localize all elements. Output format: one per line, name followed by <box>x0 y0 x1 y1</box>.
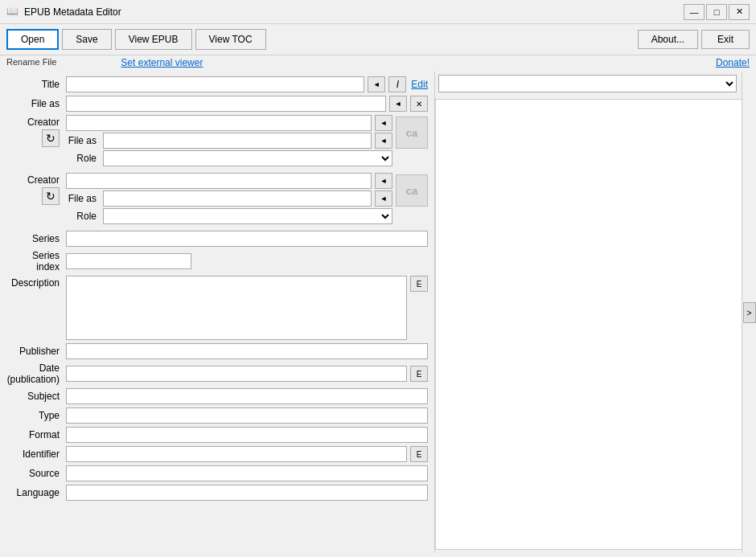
creator2-ca-button[interactable]: ca <box>396 174 428 207</box>
series-row: Series <box>6 231 428 247</box>
minimize-button[interactable]: — <box>684 4 705 20</box>
creator1-fileas-row: File as ◄ <box>66 133 392 149</box>
type-label: Type <box>6 410 63 421</box>
creator1-fileas-label: File as <box>66 135 100 146</box>
title-input[interactable] <box>66 76 364 92</box>
creator2-fileas-input[interactable] <box>103 190 372 207</box>
format-label: Format <box>6 429 63 440</box>
donate-button[interactable]: Donate! <box>716 57 750 68</box>
title-fileas-delete-button[interactable]: ✕ <box>410 96 428 112</box>
creator1-refresh: Creator ↻ <box>6 115 63 147</box>
title-bar: 📖 EPUB Metadata Editor — □ ✕ <box>0 0 756 24</box>
series-label: Series <box>6 233 63 244</box>
set-external-viewer-button[interactable]: Set external viewer <box>121 57 203 68</box>
title-fileas-arrow-button[interactable]: ◄ <box>389 96 407 112</box>
creator1-role-row: Role <box>66 150 392 166</box>
series-index-row: Series index <box>6 250 428 272</box>
exit-button[interactable]: Exit <box>701 30 750 49</box>
date-label: Date (publication) <box>6 362 63 385</box>
app-icon: 📖 <box>6 6 19 18</box>
creator2-name-input[interactable] <box>66 173 372 189</box>
language-input[interactable] <box>66 485 428 501</box>
publisher-row: Publisher <box>6 343 428 359</box>
type-input[interactable] <box>66 408 428 424</box>
creator1-role-select[interactable] <box>103 150 392 166</box>
title-label: Title <box>6 79 63 90</box>
right-panel-scrollbar: > <box>742 72 756 553</box>
creator1-fields: ◄ File as ◄ Role <box>66 115 392 170</box>
close-button[interactable]: ✕ <box>729 4 750 20</box>
subject-label: Subject <box>6 391 63 402</box>
toolbar: Open Save View EPUB View TOC About... Ex… <box>0 24 756 55</box>
open-button[interactable]: Open <box>6 29 59 50</box>
creator2-fileas-arrow-button[interactable]: ◄ <box>375 190 392 207</box>
creator2-refresh-button[interactable]: ↻ <box>42 187 60 205</box>
view-toc-button[interactable]: View TOC <box>195 29 266 50</box>
identifier-e-button[interactable]: E <box>410 446 428 462</box>
left-panel: Title ◄ I Edit File as ◄ ✕ Creator ↻ ◄ <box>0 72 434 553</box>
title-row: Title ◄ I Edit <box>6 76 428 92</box>
creator1-section: Creator ↻ ◄ File as ◄ Role ca <box>6 115 428 170</box>
creator2-role-row: Role <box>66 208 392 224</box>
source-input[interactable] <box>66 465 428 481</box>
date-row: Date (publication) E <box>6 362 428 385</box>
identifier-input[interactable] <box>66 446 407 462</box>
series-index-label: Series index <box>6 250 63 272</box>
format-row: Format <box>6 427 428 443</box>
window-controls: — □ ✕ <box>684 4 750 20</box>
creator1-refresh-button[interactable]: ↻ <box>42 129 60 147</box>
description-label: Description <box>6 276 63 289</box>
date-input[interactable] <box>66 366 407 382</box>
title-edit-link[interactable]: Edit <box>411 79 428 90</box>
right-panel: > <box>434 72 756 553</box>
publisher-input[interactable] <box>66 343 428 359</box>
creator1-name-input[interactable] <box>66 115 372 131</box>
description-row: Description E <box>6 276 428 340</box>
title-left-arrow-button[interactable]: ◄ <box>368 76 385 92</box>
creator2-fileas-row: File as ◄ <box>66 190 392 207</box>
title-fileas-row: File as ◄ ✕ <box>6 96 428 112</box>
series-input[interactable] <box>66 231 428 247</box>
sub-toolbar: Rename File Set external viewer Donate! <box>0 55 756 72</box>
date-e-button[interactable]: E <box>410 366 428 382</box>
language-row: Language <box>6 485 428 501</box>
series-index-input[interactable] <box>66 253 191 269</box>
save-button[interactable]: Save <box>62 29 111 50</box>
window-title: EPUB Metadata Editor <box>24 6 121 18</box>
creator1-name-row: ◄ <box>66 115 392 131</box>
description-e-button[interactable]: E <box>410 276 428 292</box>
description-textarea[interactable] <box>66 276 407 340</box>
creator1-fileas-input[interactable] <box>103 133 372 149</box>
creator1-arrow-button[interactable]: ◄ <box>375 115 392 131</box>
toolbar-left: Open Save View EPUB View TOC <box>6 29 638 50</box>
identifier-label: Identifier <box>6 448 63 460</box>
publisher-label: Publisher <box>6 346 63 357</box>
right-panel-arrow-button[interactable]: > <box>743 302 756 323</box>
creator1-label: Creator <box>6 117 63 128</box>
identifier-row: Identifier E <box>6 446 428 462</box>
language-label: Language <box>6 487 63 498</box>
subject-input[interactable] <box>66 388 428 404</box>
about-button[interactable]: About... <box>638 30 698 49</box>
right-panel-header <box>435 72 756 96</box>
creator2-role-select[interactable] <box>103 208 392 224</box>
view-epub-button[interactable]: View EPUB <box>115 29 192 50</box>
creator1-fileas-arrow-button[interactable]: ◄ <box>375 133 392 149</box>
format-input[interactable] <box>66 427 428 443</box>
creator2-refresh: Creator ↻ <box>6 173 63 205</box>
title-fileas-input[interactable] <box>66 96 386 112</box>
rename-file-label: Rename File <box>6 57 56 68</box>
creator2-role-label: Role <box>66 211 100 222</box>
subject-row: Subject <box>6 388 428 404</box>
creator2-name-row: ◄ <box>66 173 392 189</box>
title-bar-left: 📖 EPUB Metadata Editor <box>6 6 121 18</box>
right-panel-dropdown[interactable] <box>438 75 737 92</box>
creator2-fileas-label: File as <box>66 193 100 204</box>
source-row: Source <box>6 465 428 481</box>
main-content: Title ◄ I Edit File as ◄ ✕ Creator ↻ ◄ <box>0 72 756 553</box>
creator1-ca-button[interactable]: ca <box>396 117 428 149</box>
title-italic-button[interactable]: I <box>388 76 406 92</box>
toolbar-right: About... Exit <box>638 30 750 49</box>
maximize-button[interactable]: □ <box>706 4 727 20</box>
creator2-arrow-button[interactable]: ◄ <box>375 173 392 189</box>
